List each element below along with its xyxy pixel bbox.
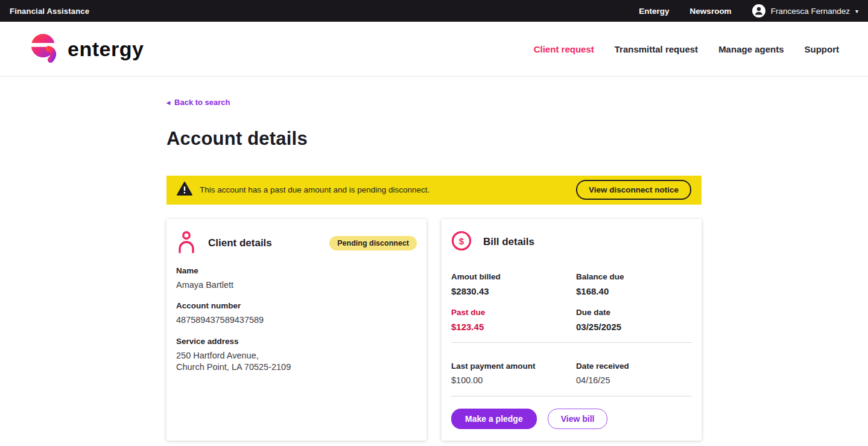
back-to-search-link[interactable]: ◂ Back to search [166,98,230,107]
dollar-circle-icon: $ [451,231,472,253]
bill-card-header: $ Bill details [451,231,692,253]
bill-grid: Amout billed $2830.43 Balance due $168.4… [451,262,692,334]
client-card-header: Client details Pending disconnect [176,231,417,256]
header: entergy Client request Transmittal reque… [0,22,868,77]
past-due-banner: This account has a past due amount and i… [166,176,702,205]
service-address-value: 250 Hartford Avenue, Church Point, LA 70… [176,350,417,374]
cards-row: Client details Pending disconnect Name A… [166,219,702,441]
name-label: Name [176,266,417,275]
topbar-link-newsroom[interactable]: Newsroom [690,7,732,16]
entergy-logo[interactable]: entergy [29,31,144,67]
client-details-card: Client details Pending disconnect Name A… [166,219,426,441]
bill-buttons: Make a pledge View bill [451,409,692,429]
topbar-right: Entergy Newsroom Francesca Fernandez ▾ [639,4,858,18]
address-line-1: 250 Hartford Avenue, [176,350,417,362]
name-field: Name Amaya Bartlett [176,266,417,291]
bill-details-card: $ Bill details Amout billed $2830.43 Bal… [442,219,702,441]
amount-billed-value: $2830.43 [451,285,576,298]
nav-transmittal-request[interactable]: Transmittal request [615,44,698,54]
bill-divider-1 [451,342,692,343]
person-icon [176,231,197,256]
past-due-field: Past due $123.45 [451,308,576,333]
view-disconnect-notice-button[interactable]: View disconnect notice [576,180,691,200]
past-due-value: $123.45 [451,321,576,333]
date-received-label: Date received [576,362,692,371]
amount-billed-field: Amout billed $2830.43 [451,272,576,298]
name-value: Amaya Bartlett [176,279,417,291]
topbar-link-entergy[interactable]: Entergy [639,7,669,16]
balance-due-field: Balance due $168.40 [576,272,692,298]
main-nav: Client request Transmittal request Manag… [534,44,839,54]
account-number-value: 487589437589437589 [176,314,417,327]
nav-support[interactable]: Support [805,44,840,54]
balance-due-label: Balance due [576,272,692,281]
nav-client-request[interactable]: Client request [534,44,594,54]
last-payment-field: Last payment amount $100.00 [451,362,576,387]
bill-grid-2: Last payment amount $100.00 Date receive… [451,351,692,387]
pending-disconnect-badge: Pending disconnect [329,236,417,250]
entergy-wordmark: entergy [68,37,144,61]
due-date-field: Due date 03/25/2025 [576,308,692,333]
balance-due-value: $168.40 [576,285,692,298]
back-link-label: Back to search [174,98,230,107]
client-fields: Name Amaya Bartlett Account number 48758… [176,266,417,374]
client-card-title: Client details [208,237,272,249]
topbar: Financial Assistance Entergy Newsroom Fr… [0,0,868,22]
amount-billed-label: Amout billed [451,272,576,281]
chevron-down-icon: ▾ [855,8,858,14]
entergy-logo-icon [29,31,60,67]
last-payment-value: $100.00 [451,375,576,387]
avatar-icon [752,4,765,18]
make-a-pledge-button[interactable]: Make a pledge [451,409,537,429]
banner-message: This account has a past due amount and i… [200,185,429,194]
due-date-label: Due date [576,308,692,317]
date-received-field: Date received 04/16/25 [576,362,692,387]
user-menu[interactable]: Francesca Fernandez ▾ [752,4,858,18]
address-line-2: Church Point, LA 70525-2109 [176,362,417,374]
content: ◂ Back to search Account details This ac… [166,77,702,441]
bill-card-title: Bill details [483,236,534,248]
service-address-field: Service address 250 Hartford Avenue, Chu… [176,337,417,374]
account-number-label: Account number [176,301,417,310]
service-address-label: Service address [176,337,417,346]
user-name: Francesca Fernandez [771,7,850,16]
page-title: Account details [166,128,702,150]
due-date-value: 03/25/2025 [576,321,692,333]
date-received-value: 04/16/25 [576,375,692,387]
svg-text:$: $ [459,236,464,246]
back-arrow-icon: ◂ [166,98,170,107]
warning-icon [177,182,192,199]
account-number-field: Account number 487589437589437589 [176,301,417,327]
last-payment-label: Last payment amount [451,362,576,371]
app-title: Financial Assistance [10,7,89,16]
past-due-label: Past due [451,308,576,317]
view-bill-button[interactable]: View bill [548,409,608,429]
nav-manage-agents[interactable]: Manage agents [718,44,784,54]
bill-divider-2 [451,396,692,397]
